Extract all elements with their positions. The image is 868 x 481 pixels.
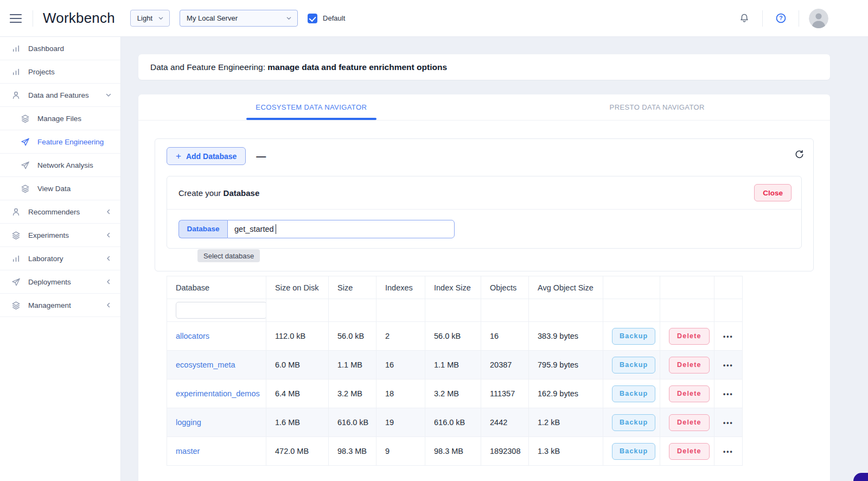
sidebar-item-laboratory[interactable]: Laboratory	[0, 247, 120, 270]
layers-icon	[21, 114, 30, 123]
table-row: experimentation_demos6.4 MB3.2 MB183.2 M…	[167, 379, 743, 408]
delete-button[interactable]: Delete	[669, 414, 710, 431]
create-database-form: Database	[167, 210, 801, 248]
more-actions-icon[interactable]: •••	[723, 419, 733, 427]
sidebar-item-projects[interactable]: Projects	[0, 60, 120, 84]
database-name-input[interactable]	[227, 220, 455, 238]
user-avatar[interactable]	[809, 9, 828, 28]
database-link[interactable]: ecosystem_meta	[176, 360, 235, 369]
add-database-button[interactable]: + Add Database	[167, 147, 246, 165]
sidebar-item-experiments[interactable]: Experiments	[0, 224, 120, 247]
app-window: Workbench Light My Local Server Default …	[0, 0, 868, 481]
sidebar-item-feature-engineering[interactable]: Feature Engineering	[0, 130, 120, 154]
cell-backup: Backup	[603, 379, 660, 408]
filter-cell-empty	[603, 299, 660, 322]
delete-button[interactable]: Delete	[669, 385, 710, 402]
sidebar-item-manage-files[interactable]: Manage Files	[0, 107, 120, 130]
sidebar-item-deployments[interactable]: Deployments	[0, 270, 120, 294]
sidebar: DashboardProjectsData and FeaturesManage…	[0, 37, 121, 481]
column-header-size-on-disk[interactable]: Size on Disk	[266, 276, 329, 299]
database-field-label[interactable]: Database	[178, 220, 227, 238]
cell-size: 98.3 MB	[329, 437, 376, 466]
database-link[interactable]: master	[176, 447, 200, 455]
more-actions-icon[interactable]: •••	[723, 333, 733, 340]
sidebar-item-label: Experiments	[28, 231, 69, 239]
cell-database: ecosystem_meta	[167, 351, 266, 379]
minus-icon[interactable]: —	[256, 151, 266, 161]
tab-ecosystem-data-navigator[interactable]: ECOSYSTEM DATA NAVIGATOR	[138, 94, 484, 120]
sidebar-item-label: Laboratory	[28, 255, 63, 263]
divider	[33, 10, 33, 27]
backup-button[interactable]: Backup	[612, 443, 655, 460]
backup-button[interactable]: Backup	[612, 357, 655, 374]
cell-objects: 1892308	[481, 437, 529, 466]
column-header-indexes[interactable]: Indexes	[376, 276, 425, 299]
cell-index-size: 98.3 MB	[425, 437, 481, 466]
tab-bar: ECOSYSTEM DATA NAVIGATOR PRESTO DATA NAV…	[138, 94, 830, 121]
sidebar-item-recommenders[interactable]: Recommenders	[0, 200, 120, 224]
server-select-value: My Local Server	[187, 14, 238, 22]
sidebar-item-view-data[interactable]: View Data	[0, 177, 120, 200]
column-header-empty	[660, 276, 714, 299]
backup-button[interactable]: Backup	[612, 385, 655, 402]
delete-button[interactable]: Delete	[669, 357, 710, 374]
sidebar-item-label: Recommenders	[28, 208, 80, 216]
refresh-icon[interactable]	[795, 150, 804, 159]
more-actions-icon[interactable]: •••	[723, 448, 733, 455]
more-actions-icon[interactable]: •••	[723, 362, 733, 369]
user-icon	[11, 207, 21, 217]
create-title-bold: Database	[224, 188, 260, 198]
cell-index-size: 56.0 kB	[425, 322, 481, 351]
delete-button[interactable]: Delete	[669, 443, 710, 460]
help-icon[interactable]: ?	[773, 10, 789, 27]
sidebar-item-label: Data and Features	[28, 91, 89, 99]
cell-size: 616.0 kB	[329, 408, 376, 437]
backup-button[interactable]: Backup	[612, 328, 655, 345]
database-name-input-wrap	[227, 220, 455, 238]
create-title-prefix: Create your	[178, 188, 224, 198]
database-filter-input[interactable]	[176, 302, 266, 319]
navigator-card: ECOSYSTEM DATA NAVIGATOR PRESTO DATA NAV…	[138, 94, 830, 481]
close-button[interactable]: Close	[754, 184, 792, 201]
default-checkbox[interactable]	[308, 14, 317, 23]
sidebar-item-data-and-features[interactable]: Data and Features	[0, 84, 120, 107]
menu-icon[interactable]	[10, 12, 23, 25]
delete-button[interactable]: Delete	[669, 328, 710, 345]
notifications-bell-icon[interactable]	[736, 10, 752, 27]
tab-presto-data-navigator[interactable]: PRESTO DATA NAVIGATOR	[484, 94, 831, 120]
theme-select[interactable]: Light	[130, 10, 170, 27]
cell-indexes: 18	[376, 379, 425, 408]
database-tools-panel: + Add Database — Create your Da	[155, 138, 814, 271]
table-row: allocators112.0 kB56.0 kB256.0 kB16383.9…	[167, 322, 743, 351]
add-database-label: Add Database	[186, 152, 237, 161]
sidebar-item-management[interactable]: Management	[0, 294, 120, 317]
server-select[interactable]: My Local Server	[180, 10, 298, 27]
filter-cell	[167, 299, 266, 322]
database-link[interactable]: logging	[176, 418, 201, 427]
column-header-objects[interactable]: Objects	[481, 276, 529, 299]
backup-button[interactable]: Backup	[612, 414, 655, 431]
database-link[interactable]: allocators	[176, 332, 209, 340]
column-header-size[interactable]: Size	[329, 276, 376, 299]
plus-icon: +	[176, 151, 181, 161]
app-title: Workbench	[43, 10, 115, 27]
column-header-index-size[interactable]: Index Size	[425, 276, 481, 299]
sidebar-item-network-analysis[interactable]: Network Analysis	[0, 154, 120, 177]
sidebar-item-dashboard[interactable]: Dashboard	[0, 37, 120, 60]
more-actions-icon[interactable]: •••	[723, 390, 733, 398]
column-header-database[interactable]: Database	[167, 276, 266, 299]
cell-more-actions: •••	[714, 437, 743, 466]
layers-icon	[21, 184, 30, 193]
filter-cell-empty	[714, 299, 743, 322]
column-header-avg-object-size[interactable]: Avg Object Size	[529, 276, 603, 299]
database-link[interactable]: experimentation_demos	[176, 389, 260, 398]
layers-icon	[11, 301, 21, 310]
chevron-down-icon	[286, 15, 292, 21]
cell-avg-object-size: 1.3 kB	[529, 437, 603, 466]
main-content: Data and Feature Engineering: manage dat…	[121, 37, 868, 481]
cell-avg-object-size: 383.9 bytes	[529, 322, 603, 351]
default-checkbox-label: Default	[323, 14, 345, 22]
database-toolbar: + Add Database —	[167, 147, 802, 165]
cell-size-on-disk: 1.6 MB	[266, 408, 329, 437]
chevron-down-icon	[105, 92, 112, 98]
